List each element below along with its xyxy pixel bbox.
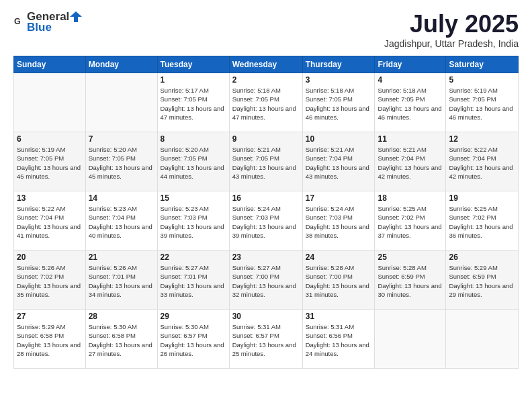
calendar-day-24: 24Sunrise: 5:28 AM Sunset: 7:00 PM Dayli… — [302, 250, 375, 310]
weekday-header-tuesday: Tuesday — [157, 56, 229, 73]
day-number: 19 — [449, 193, 515, 203]
day-number: 8 — [161, 134, 226, 144]
logo: G General Blue — [13, 10, 83, 34]
calendar-week-row: 20Sunrise: 5:26 AM Sunset: 7:02 PM Dayli… — [14, 250, 519, 310]
day-info: Sunrise: 5:21 AM Sunset: 7:04 PM Dayligh… — [306, 145, 372, 181]
calendar-day-20: 20Sunrise: 5:26 AM Sunset: 7:02 PM Dayli… — [14, 250, 86, 310]
calendar-day-25: 25Sunrise: 5:28 AM Sunset: 6:59 PM Dayli… — [375, 250, 446, 310]
calendar-table: SundayMondayTuesdayWednesdayThursdayFrid… — [13, 56, 519, 369]
calendar-day-3: 3Sunrise: 5:18 AM Sunset: 7:05 PM Daylig… — [302, 73, 375, 132]
calendar-week-row: 27Sunrise: 5:29 AM Sunset: 6:58 PM Dayli… — [14, 310, 519, 369]
day-number: 29 — [161, 312, 226, 321]
day-number: 7 — [89, 134, 154, 144]
day-number: 5 — [449, 75, 515, 85]
calendar-day-26: 26Sunrise: 5:29 AM Sunset: 6:59 PM Dayli… — [446, 250, 519, 310]
calendar-day-5: 5Sunrise: 5:19 AM Sunset: 7:05 PM Daylig… — [446, 73, 519, 132]
calendar-day-7: 7Sunrise: 5:20 AM Sunset: 7:05 PM Daylig… — [85, 132, 157, 191]
calendar-day-6: 6Sunrise: 5:19 AM Sunset: 7:05 PM Daylig… — [14, 132, 86, 191]
day-info: Sunrise: 5:23 AM Sunset: 7:04 PM Dayligh… — [89, 204, 154, 240]
calendar-day-17: 17Sunrise: 5:24 AM Sunset: 7:03 PM Dayli… — [302, 191, 375, 250]
svg-text:G: G — [14, 17, 21, 26]
day-info: Sunrise: 5:21 AM Sunset: 7:05 PM Dayligh… — [232, 145, 300, 181]
day-info: Sunrise: 5:20 AM Sunset: 7:05 PM Dayligh… — [161, 145, 226, 181]
day-number: 25 — [378, 253, 443, 262]
calendar-empty-cell — [14, 73, 86, 132]
day-info: Sunrise: 5:22 AM Sunset: 7:04 PM Dayligh… — [449, 145, 515, 181]
calendar-day-19: 19Sunrise: 5:25 AM Sunset: 7:02 PM Dayli… — [446, 191, 519, 250]
day-number: 30 — [232, 312, 300, 321]
title-section: July 2025 Jagdishpur, Uttar Pradesh, Ind… — [384, 10, 519, 49]
day-number: 2 — [232, 75, 300, 85]
calendar-day-2: 2Sunrise: 5:18 AM Sunset: 7:05 PM Daylig… — [229, 73, 302, 132]
day-number: 31 — [306, 312, 372, 321]
day-info: Sunrise: 5:23 AM Sunset: 7:03 PM Dayligh… — [161, 204, 226, 240]
day-info: Sunrise: 5:27 AM Sunset: 7:01 PM Dayligh… — [161, 263, 226, 299]
day-info: Sunrise: 5:29 AM Sunset: 6:59 PM Dayligh… — [449, 263, 515, 299]
calendar-day-30: 30Sunrise: 5:31 AM Sunset: 6:57 PM Dayli… — [229, 310, 302, 369]
month-year-title: July 2025 — [384, 10, 519, 38]
day-number: 24 — [306, 253, 372, 262]
day-info: Sunrise: 5:17 AM Sunset: 7:05 PM Dayligh… — [161, 86, 226, 122]
day-number: 3 — [306, 75, 372, 85]
day-number: 6 — [17, 134, 83, 144]
logo-general-text: G — [13, 15, 27, 30]
day-number: 4 — [378, 75, 443, 85]
day-info: Sunrise: 5:31 AM Sunset: 6:57 PM Dayligh… — [232, 322, 300, 358]
calendar-day-15: 15Sunrise: 5:23 AM Sunset: 7:03 PM Dayli… — [157, 191, 229, 250]
calendar-day-12: 12Sunrise: 5:22 AM Sunset: 7:04 PM Dayli… — [446, 132, 519, 191]
calendar-day-14: 14Sunrise: 5:23 AM Sunset: 7:04 PM Dayli… — [85, 191, 157, 250]
calendar-empty-cell — [375, 310, 446, 369]
day-number: 11 — [378, 134, 443, 144]
day-number: 14 — [89, 193, 154, 203]
calendar-week-row: 1Sunrise: 5:17 AM Sunset: 7:05 PM Daylig… — [14, 73, 519, 132]
day-number: 13 — [17, 193, 83, 203]
calendar-week-row: 13Sunrise: 5:22 AM Sunset: 7:04 PM Dayli… — [14, 191, 519, 250]
day-info: Sunrise: 5:18 AM Sunset: 7:05 PM Dayligh… — [232, 86, 300, 122]
calendar-day-13: 13Sunrise: 5:22 AM Sunset: 7:04 PM Dayli… — [14, 191, 86, 250]
day-number: 1 — [161, 75, 226, 85]
day-info: Sunrise: 5:26 AM Sunset: 7:02 PM Dayligh… — [17, 263, 83, 299]
weekday-header-thursday: Thursday — [302, 56, 375, 73]
day-info: Sunrise: 5:24 AM Sunset: 7:03 PM Dayligh… — [306, 204, 372, 240]
calendar-day-4: 4Sunrise: 5:18 AM Sunset: 7:05 PM Daylig… — [375, 73, 446, 132]
day-number: 12 — [449, 134, 515, 144]
day-info: Sunrise: 5:25 AM Sunset: 7:02 PM Dayligh… — [378, 204, 443, 240]
calendar-day-10: 10Sunrise: 5:21 AM Sunset: 7:04 PM Dayli… — [302, 132, 375, 191]
day-info: Sunrise: 5:19 AM Sunset: 7:05 PM Dayligh… — [449, 86, 515, 122]
day-info: Sunrise: 5:25 AM Sunset: 7:02 PM Dayligh… — [449, 204, 515, 240]
calendar-day-23: 23Sunrise: 5:27 AM Sunset: 7:00 PM Dayli… — [229, 250, 302, 310]
day-info: Sunrise: 5:24 AM Sunset: 7:03 PM Dayligh… — [232, 204, 300, 240]
calendar-page: G General Blue July 2025 Jagdishpur, Utt… — [0, 0, 532, 411]
day-info: Sunrise: 5:27 AM Sunset: 7:00 PM Dayligh… — [232, 263, 300, 299]
day-info: Sunrise: 5:31 AM Sunset: 6:56 PM Dayligh… — [306, 322, 372, 358]
calendar-empty-cell — [446, 310, 519, 369]
day-info: Sunrise: 5:28 AM Sunset: 7:00 PM Dayligh… — [306, 263, 372, 299]
day-number: 27 — [17, 312, 83, 321]
calendar-day-21: 21Sunrise: 5:26 AM Sunset: 7:01 PM Dayli… — [85, 250, 157, 310]
day-number: 26 — [449, 253, 515, 262]
calendar-day-29: 29Sunrise: 5:30 AM Sunset: 6:57 PM Dayli… — [157, 310, 229, 369]
calendar-day-27: 27Sunrise: 5:29 AM Sunset: 6:58 PM Dayli… — [14, 310, 86, 369]
day-info: Sunrise: 5:28 AM Sunset: 6:59 PM Dayligh… — [378, 263, 443, 299]
day-number: 21 — [89, 253, 154, 262]
weekday-header-monday: Monday — [85, 56, 157, 73]
day-number: 20 — [17, 253, 83, 262]
day-info: Sunrise: 5:30 AM Sunset: 6:57 PM Dayligh… — [161, 322, 226, 358]
day-info: Sunrise: 5:26 AM Sunset: 7:01 PM Dayligh… — [89, 263, 154, 299]
calendar-day-28: 28Sunrise: 5:30 AM Sunset: 6:58 PM Dayli… — [85, 310, 157, 369]
day-info: Sunrise: 5:19 AM Sunset: 7:05 PM Dayligh… — [17, 145, 83, 181]
weekday-header-wednesday: Wednesday — [229, 56, 302, 73]
weekday-header-saturday: Saturday — [446, 56, 519, 73]
day-number: 22 — [161, 253, 226, 262]
day-number: 23 — [232, 253, 300, 262]
day-number: 9 — [232, 134, 300, 144]
calendar-day-31: 31Sunrise: 5:31 AM Sunset: 6:56 PM Dayli… — [302, 310, 375, 369]
calendar-day-18: 18Sunrise: 5:25 AM Sunset: 7:02 PM Dayli… — [375, 191, 446, 250]
header: G General Blue July 2025 Jagdishpur, Utt… — [13, 10, 519, 49]
calendar-day-22: 22Sunrise: 5:27 AM Sunset: 7:01 PM Dayli… — [157, 250, 229, 310]
location-subtitle: Jagdishpur, Uttar Pradesh, India — [384, 38, 519, 49]
day-number: 16 — [232, 193, 300, 203]
weekday-header-friday: Friday — [375, 56, 446, 73]
day-info: Sunrise: 5:22 AM Sunset: 7:04 PM Dayligh… — [17, 204, 83, 240]
logo-bird-icon — [70, 11, 82, 22]
